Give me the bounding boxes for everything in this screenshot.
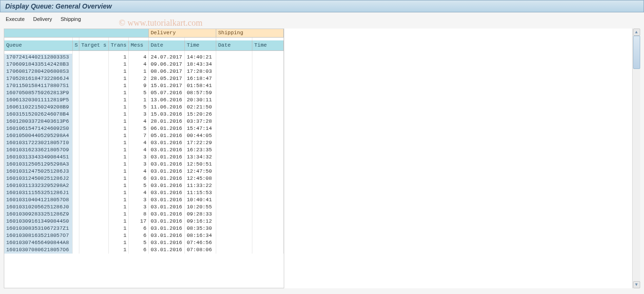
cell-target	[79, 75, 109, 82]
menu-shipping[interactable]: Shipping	[60, 16, 81, 22]
cell-queue: 160103124508251286J2	[4, 175, 73, 182]
cell-shipping-date	[216, 118, 252, 125]
cell-delivery-time: 11:15:53	[185, 189, 216, 196]
table-row[interactable]: 160103162336218057O91403.01.201616:23:35	[4, 147, 284, 154]
queue-table: Delivery Shipping Queue S Target s Trans…	[4, 29, 284, 288]
table-row[interactable]: 160103133433490844S11303.01.201613:34:32	[4, 154, 284, 161]
group-header-row: Delivery Shipping	[4, 29, 284, 38]
table-row[interactable]: 160103102056251286J01303.01.201610:20:55	[4, 204, 284, 211]
cell-delivery-time: 01:58:41	[185, 82, 216, 89]
cell-mess: 6	[129, 232, 149, 239]
menu-delivery[interactable]: Delivery	[33, 16, 52, 22]
cell-queue: 160103074656490844A8	[4, 239, 73, 246]
table-row[interactable]: 160103104041218057O81303.01.201610:40:41	[4, 196, 284, 204]
table-row[interactable]: 160105004405295298A41705.01.201600:44:05	[4, 132, 284, 139]
table-row[interactable]: 160315152026246078B41315.03.201615:20:26	[4, 111, 284, 118]
cell-target	[79, 196, 109, 204]
col-header-shipping-time[interactable]: Time	[252, 40, 284, 51]
cell-mess: 6	[129, 175, 149, 182]
cell-mess: 3	[129, 111, 149, 118]
scroll-down-icon[interactable]: ▼	[633, 281, 640, 288]
table-row[interactable]: 160705085759262813P91505.07.201608:57:59	[4, 89, 284, 97]
cell-delivery-date: 03.01.2016	[149, 189, 185, 196]
table-row[interactable]: 170608172804206808S31108.06.201717:28:03	[4, 68, 284, 75]
table-row[interactable]: 170724144021128033S31424.07.201714:40:21	[4, 54, 284, 61]
table-row[interactable]: 160103172230218057I01403.01.201617:22:29	[4, 139, 284, 147]
cell-delivery-date: 28.05.2017	[149, 75, 185, 82]
cell-queue: 160315152026246078B4	[4, 111, 73, 118]
cell-delivery-time: 09:16:12	[185, 218, 216, 225]
menu-execute[interactable]: Execute	[6, 16, 25, 22]
cell-delivery-date: 03.01.2016	[149, 161, 185, 168]
cell-shipping-time	[252, 189, 284, 196]
cell-delivery-time: 00:44:05	[185, 132, 216, 139]
cell-queue: 160611022150249208B9	[4, 104, 73, 111]
cell-shipping-date	[216, 225, 252, 232]
cell-shipping-date	[216, 168, 252, 175]
col-header-mess[interactable]: Mess	[129, 40, 149, 51]
col-header-delivery-time[interactable]: Time	[185, 40, 216, 51]
cell-shipping-date	[216, 196, 252, 204]
table-row[interactable]: 170115015841178807S11915.01.201701:58:41	[4, 82, 284, 89]
cell-shipping-date	[216, 111, 252, 118]
table-row[interactable]: 160103111553251286J11403.01.201611:15:53	[4, 189, 284, 196]
cell-target	[79, 182, 109, 189]
cell-queue: 160103081635218057O7	[4, 232, 73, 239]
table-row[interactable]: 170528161847322866J41228.05.201716:18:47	[4, 75, 284, 82]
table-row[interactable]: 160103092833251286Z91803.01.201609:28:33	[4, 211, 284, 218]
table-row[interactable]: 160103124750251286J31403.01.201612:47:50	[4, 168, 284, 175]
cell-mess: 4	[129, 168, 149, 175]
col-header-s[interactable]: S	[73, 40, 79, 51]
cell-queue: 170608172804206808S3	[4, 68, 73, 75]
cell-shipping-time	[252, 89, 284, 97]
table-row[interactable]: 160103113323295298A21503.01.201611:33:22	[4, 182, 284, 189]
table-row[interactable]: 160103070806218057O61603.01.201607:08:06	[4, 246, 284, 254]
col-header-trans[interactable]: Trans	[109, 40, 129, 51]
cell-delivery-time: 03:37:28	[185, 118, 216, 125]
table-row[interactable]: 170609184335142428B31409.06.201718:43:34	[4, 61, 284, 68]
cell-s	[73, 225, 79, 232]
table-row[interactable]: 160103091613490844S011703.01.201609:16:1…	[4, 218, 284, 225]
table-row[interactable]: 160613203011112819P51113.06.201620:30:11	[4, 97, 284, 104]
table-row[interactable]: 160103124508251286J21603.01.201612:45:08	[4, 175, 284, 182]
col-header-queue[interactable]: Queue	[4, 40, 73, 51]
cell-delivery-date: 03.01.2016	[149, 196, 185, 204]
table-row[interactable]: 160106154714246092S01506.01.201615:47:14	[4, 125, 284, 132]
table-row[interactable]: 160103074656490844A81503.01.201607:46:56	[4, 239, 284, 246]
content-vertical-scrollbar[interactable]: ▲ ▼	[632, 29, 640, 288]
cell-target	[79, 132, 109, 139]
col-header-target[interactable]: Target s	[79, 40, 109, 51]
cell-delivery-date: 03.01.2016	[149, 246, 185, 254]
cell-target	[79, 232, 109, 239]
cell-delivery-time: 02:21:50	[185, 104, 216, 111]
cell-delivery-date: 03.01.2016	[149, 154, 185, 161]
scroll-up-icon[interactable]: ▲	[633, 29, 640, 36]
cell-trans: 1	[109, 61, 129, 68]
cell-shipping-time	[252, 132, 284, 139]
table-row[interactable]: 160103081635218057O71603.01.201608:16:34	[4, 232, 284, 239]
col-header-delivery-date[interactable]: Date	[149, 40, 185, 51]
cell-trans: 1	[109, 147, 129, 154]
cell-delivery-date: 03.01.2016	[149, 182, 185, 189]
cell-trans: 1	[109, 182, 129, 189]
table-row[interactable]: 160611022150249208B91511.06.201602:21:50	[4, 104, 284, 111]
cell-shipping-date	[216, 132, 252, 139]
cell-delivery-date: 03.01.2016	[149, 232, 185, 239]
table-row[interactable]: 160103083531067237Z11603.01.201608:35:30	[4, 225, 284, 232]
table-row[interactable]: 160103125051295298A31303.01.201612:50:51	[4, 161, 284, 168]
scroll-track[interactable]	[633, 36, 640, 281]
cell-shipping-date	[216, 182, 252, 189]
cell-delivery-time: 12:45:08	[185, 175, 216, 182]
cell-s	[73, 246, 79, 254]
cell-queue: 170724144021128033S3	[4, 54, 73, 61]
cell-queue: 160613203011112819P5	[4, 97, 73, 104]
cell-delivery-time: 14:40:21	[185, 54, 216, 61]
cell-target	[79, 104, 109, 111]
table-row[interactable]: 160128033728403613P61428.01.201603:37:28	[4, 118, 284, 125]
col-header-shipping-date[interactable]: Date	[216, 40, 252, 51]
cell-delivery-time: 15:47:14	[185, 125, 216, 132]
cell-trans: 1	[109, 239, 129, 246]
cell-queue: 160103092833251286Z9	[4, 211, 73, 218]
scroll-thumb[interactable]	[633, 36, 640, 69]
cell-target	[79, 125, 109, 132]
